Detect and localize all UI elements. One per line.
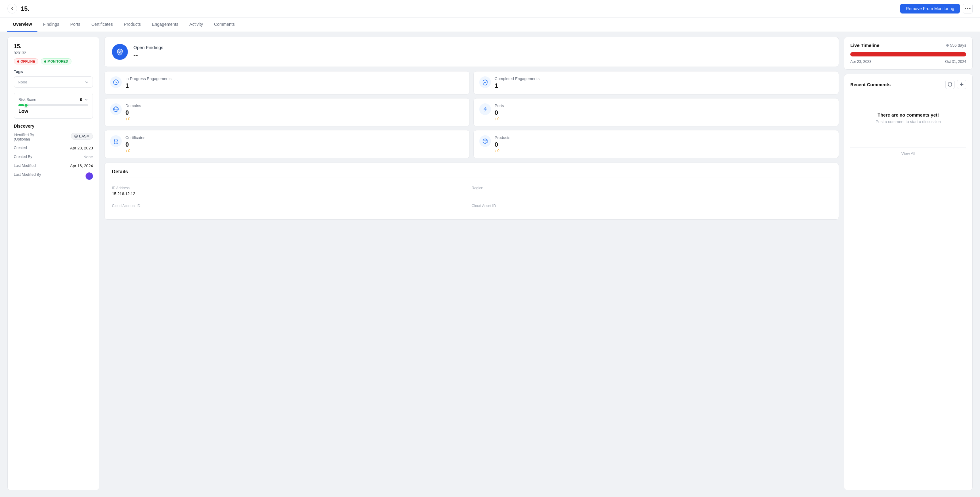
domains-sub: ↓0 — [126, 117, 141, 121]
comments-title: Recent Comments — [850, 82, 891, 87]
region-row: Region — [472, 182, 831, 200]
tab-products[interactable]: Products — [118, 18, 146, 32]
findings-text: Open Findings -- — [134, 45, 164, 59]
badges: OFFLINE MONITORED — [14, 58, 93, 64]
in-progress-engagements-card: In Progress Engagements 1 — [104, 71, 470, 94]
timeline-card: Live Timeline 556 days Apr 23, 2023 Oct … — [844, 37, 973, 70]
avatar-image — [86, 172, 93, 180]
remove-from-monitoring-button[interactable]: Remove From Monitoring — [900, 4, 960, 13]
domains-arrow-icon: ↓ — [126, 117, 127, 121]
products-card: Products 0 ↓0 — [473, 130, 839, 158]
created-row: Created Apr 23, 2023 — [14, 146, 93, 150]
easm-tag: EASM — [71, 133, 93, 140]
monitored-dot — [44, 61, 46, 62]
comments-actions — [945, 80, 966, 89]
certificates-title: Certificates — [126, 135, 145, 140]
certificates-arrow-icon: ↓ — [126, 149, 127, 153]
no-comments-placeholder: There are no comments yet! Post a commen… — [850, 94, 966, 142]
avatar — [86, 172, 93, 180]
right-panel: Live Timeline 556 days Apr 23, 2023 Oct … — [844, 37, 973, 490]
in-progress-content: In Progress Engagements 1 — [126, 76, 172, 89]
timeline-end-date: Oct 31, 2024 — [945, 59, 966, 64]
svg-point-3 — [75, 135, 78, 138]
tab-activity[interactable]: Activity — [184, 18, 208, 32]
tab-overview[interactable]: Overview — [7, 18, 37, 32]
ports-value: 0 — [495, 109, 504, 116]
cloud-account-key: Cloud Account ID — [112, 204, 472, 208]
products-content: Products 0 ↓0 — [495, 135, 510, 153]
header-left: 15. — [7, 4, 29, 13]
page-title: 15. — [21, 5, 29, 12]
entity-id: 920132 — [14, 51, 93, 55]
stats-grid: In Progress Engagements 1 Completed Enga… — [104, 71, 839, 158]
no-comments-subtitle: Post a comment to start a discussion — [876, 119, 941, 124]
open-findings-card: Open Findings -- — [104, 37, 839, 67]
ip-address-key: IP Address — [112, 186, 472, 190]
timeline-dates: Apr 23, 2023 Oct 31, 2024 — [850, 59, 966, 64]
last-modified-value: Apr 16, 2024 — [70, 164, 93, 168]
tab-engagements[interactable]: Engagements — [146, 18, 184, 32]
comments-header: Recent Comments — [850, 80, 966, 89]
header-right: Remove From Monitoring — [900, 4, 973, 13]
completed-title: Completed Engagements — [495, 76, 540, 81]
created-label: Created — [14, 146, 27, 150]
svg-point-7 — [115, 139, 118, 142]
timeline-title: Live Timeline — [850, 43, 880, 48]
tab-comments[interactable]: Comments — [208, 18, 240, 32]
monitored-badge: MONITORED — [41, 58, 72, 64]
timeline-dot-icon — [946, 44, 949, 47]
view-all-button[interactable]: View All — [850, 147, 966, 159]
timeline-header: Live Timeline 556 days — [850, 43, 966, 48]
domains-content: Domains 0 ↓0 — [126, 104, 141, 121]
entity-title: 15. — [14, 43, 93, 50]
cert-icon — [110, 135, 122, 147]
ports-card: Ports 0 ↓0 — [473, 98, 839, 126]
comments-card: Recent Comments — [844, 74, 973, 490]
svg-point-2 — [969, 8, 970, 9]
certificates-content: Certificates 0 ↓0 — [126, 135, 145, 153]
tab-certificates[interactable]: Certificates — [86, 18, 118, 32]
ip-address-row: IP Address 15.216.12.12 — [112, 182, 472, 200]
check-shield-icon — [479, 76, 491, 88]
findings-value: -- — [134, 51, 164, 59]
last-modified-by-row: Last Modified By — [14, 172, 93, 180]
last-modified-by-label: Last Modified By — [14, 172, 41, 177]
more-options-button[interactable] — [963, 4, 973, 13]
offline-badge: OFFLINE — [14, 58, 38, 64]
globe-icon — [110, 104, 122, 115]
risk-bar-thumb — [24, 103, 28, 107]
refresh-comments-button[interactable] — [945, 80, 955, 89]
ports-content: Ports 0 ↓0 — [495, 104, 504, 121]
risk-bar-fill — [18, 104, 24, 106]
products-arrow-icon: ↓ — [495, 149, 496, 153]
cloud-asset-row: Cloud Asset ID — [472, 200, 831, 213]
header: 15. Remove From Monitoring — [0, 0, 980, 18]
certificates-card: Certificates 0 ↓0 — [104, 130, 470, 158]
identified-by-label: Identified By(Optional) — [14, 133, 34, 142]
tags-label: Tags — [14, 69, 93, 74]
back-button[interactable] — [7, 4, 17, 13]
bolt-icon — [479, 104, 491, 115]
main-content: 15. 920132 OFFLINE MONITORED Tags None R… — [0, 32, 980, 495]
offline-dot — [17, 61, 19, 62]
svg-point-1 — [967, 8, 968, 9]
certificates-sub: ↓0 — [126, 149, 145, 153]
tab-ports[interactable]: Ports — [65, 18, 86, 32]
risk-score-level: Low — [18, 108, 88, 114]
tab-findings[interactable]: Findings — [37, 18, 65, 32]
ports-sub: ↓0 — [495, 117, 504, 121]
add-comment-button[interactable] — [957, 80, 966, 89]
created-by-value: None — [83, 155, 93, 159]
certificates-value: 0 — [126, 141, 145, 148]
risk-score-header: Risk Score 0 — [18, 97, 88, 102]
last-modified-label: Last Modified — [14, 164, 35, 168]
last-modified-row: Last Modified Apr 16, 2024 — [14, 164, 93, 168]
no-comments-title: There are no comments yet! — [878, 112, 939, 118]
findings-title: Open Findings — [134, 45, 164, 50]
created-value: Apr 23, 2023 — [70, 146, 93, 150]
svg-point-0 — [965, 8, 966, 9]
center-panel: Open Findings -- In Progress Engagements… — [104, 37, 839, 490]
completed-value: 1 — [495, 82, 540, 89]
clock-icon — [110, 76, 122, 88]
tags-dropdown[interactable]: None — [14, 76, 93, 88]
